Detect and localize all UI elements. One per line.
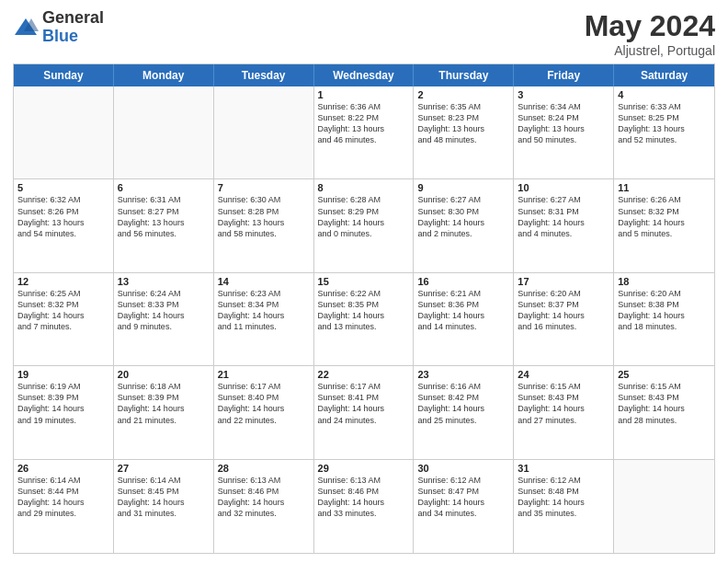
cell-date: 9: [417, 182, 509, 193]
cell-date: 6: [118, 182, 210, 193]
calendar-cell: 30Sunrise: 6:12 AM Sunset: 8:47 PM Dayli…: [414, 460, 514, 553]
calendar-cell: 4Sunrise: 6:33 AM Sunset: 8:25 PM Daylig…: [614, 86, 714, 178]
day-header-thursday: Thursday: [414, 64, 514, 86]
cell-date: 14: [218, 276, 310, 287]
calendar-cell: 15Sunrise: 6:22 AM Sunset: 8:35 PM Dayli…: [314, 273, 415, 365]
cell-info: Sunrise: 6:17 AM Sunset: 8:41 PM Dayligh…: [318, 381, 410, 426]
calendar-cell: 28Sunrise: 6:13 AM Sunset: 8:46 PM Dayli…: [214, 460, 314, 553]
cell-date: 26: [17, 463, 109, 474]
calendar-cell: 9Sunrise: 6:27 AM Sunset: 8:30 PM Daylig…: [414, 179, 514, 271]
calendar-cell: 24Sunrise: 6:15 AM Sunset: 8:43 PM Dayli…: [514, 366, 614, 458]
logo-blue: Blue: [42, 28, 104, 46]
cell-date: 31: [518, 463, 609, 474]
calendar-cell: 5Sunrise: 6:32 AM Sunset: 8:26 PM Daylig…: [14, 179, 114, 271]
cell-info: Sunrise: 6:27 AM Sunset: 8:30 PM Dayligh…: [417, 194, 509, 239]
calendar-cell: 18Sunrise: 6:20 AM Sunset: 8:38 PM Dayli…: [614, 273, 714, 365]
calendar-cell: 29Sunrise: 6:13 AM Sunset: 8:46 PM Dayli…: [314, 460, 415, 553]
cell-date: 24: [518, 369, 609, 380]
cell-info: Sunrise: 6:27 AM Sunset: 8:31 PM Dayligh…: [518, 194, 609, 239]
cell-info: Sunrise: 6:23 AM Sunset: 8:34 PM Dayligh…: [218, 288, 310, 333]
cell-info: Sunrise: 6:12 AM Sunset: 8:47 PM Dayligh…: [417, 475, 509, 520]
cell-date: 23: [417, 369, 509, 380]
cell-date: 30: [417, 463, 509, 474]
cell-info: Sunrise: 6:19 AM Sunset: 8:39 PM Dayligh…: [17, 381, 109, 426]
calendar-row: 1Sunrise: 6:36 AM Sunset: 8:22 PM Daylig…: [14, 86, 714, 179]
cell-info: Sunrise: 6:25 AM Sunset: 8:32 PM Dayligh…: [17, 288, 109, 333]
day-header-saturday: Saturday: [614, 64, 714, 86]
cell-info: Sunrise: 6:24 AM Sunset: 8:33 PM Dayligh…: [118, 288, 210, 333]
calendar-cell: 19Sunrise: 6:19 AM Sunset: 8:39 PM Dayli…: [14, 366, 114, 458]
cell-date: 10: [518, 182, 609, 193]
cell-info: Sunrise: 6:31 AM Sunset: 8:27 PM Dayligh…: [118, 194, 210, 239]
calendar-row: 12Sunrise: 6:25 AM Sunset: 8:32 PM Dayli…: [14, 273, 714, 366]
cell-date: 29: [318, 463, 410, 474]
logo-icon: [13, 15, 39, 40]
day-header-sunday: Sunday: [14, 64, 114, 86]
calendar-cell: 25Sunrise: 6:15 AM Sunset: 8:43 PM Dayli…: [614, 366, 714, 458]
cell-date: 27: [118, 463, 210, 474]
cell-date: 21: [218, 369, 310, 380]
cell-date: 8: [318, 182, 410, 193]
cell-date: 12: [17, 276, 109, 287]
calendar: SundayMondayTuesdayWednesdayThursdayFrid…: [13, 63, 715, 554]
calendar-cell: 8Sunrise: 6:28 AM Sunset: 8:29 PM Daylig…: [314, 179, 415, 271]
calendar-cell: 1Sunrise: 6:36 AM Sunset: 8:22 PM Daylig…: [314, 86, 415, 178]
day-header-friday: Friday: [514, 64, 614, 86]
cell-date: 22: [318, 369, 410, 380]
cell-date: 28: [218, 463, 310, 474]
cell-date: 18: [618, 276, 711, 287]
calendar-cell: 31Sunrise: 6:12 AM Sunset: 8:48 PM Dayli…: [514, 460, 614, 553]
calendar-row: 26Sunrise: 6:14 AM Sunset: 8:44 PM Dayli…: [14, 460, 714, 553]
location: Aljustrel, Portugal: [585, 43, 715, 58]
cell-info: Sunrise: 6:20 AM Sunset: 8:37 PM Dayligh…: [518, 288, 609, 333]
cell-info: Sunrise: 6:35 AM Sunset: 8:23 PM Dayligh…: [417, 101, 509, 146]
calendar-cell: [14, 86, 114, 178]
calendar-cell: 7Sunrise: 6:30 AM Sunset: 8:28 PM Daylig…: [214, 179, 314, 271]
cell-info: Sunrise: 6:22 AM Sunset: 8:35 PM Dayligh…: [318, 288, 410, 333]
calendar-body: 1Sunrise: 6:36 AM Sunset: 8:22 PM Daylig…: [14, 86, 714, 553]
day-header-wednesday: Wednesday: [314, 64, 415, 86]
cell-date: 19: [17, 369, 109, 380]
cell-info: Sunrise: 6:14 AM Sunset: 8:45 PM Dayligh…: [118, 475, 210, 520]
logo: General Blue: [13, 9, 104, 46]
calendar-header: SundayMondayTuesdayWednesdayThursdayFrid…: [14, 64, 714, 86]
cell-info: Sunrise: 6:28 AM Sunset: 8:29 PM Dayligh…: [318, 194, 410, 239]
calendar-cell: [114, 86, 214, 178]
header: General Blue May 2024 Aljustrel, Portuga…: [13, 9, 715, 58]
calendar-cell: 12Sunrise: 6:25 AM Sunset: 8:32 PM Dayli…: [14, 273, 114, 365]
cell-info: Sunrise: 6:15 AM Sunset: 8:43 PM Dayligh…: [518, 381, 609, 426]
title-area: May 2024 Aljustrel, Portugal: [585, 9, 715, 58]
cell-date: 17: [518, 276, 609, 287]
cell-info: Sunrise: 6:13 AM Sunset: 8:46 PM Dayligh…: [318, 475, 410, 520]
calendar-row: 5Sunrise: 6:32 AM Sunset: 8:26 PM Daylig…: [14, 179, 714, 272]
month-title: May 2024: [585, 9, 715, 43]
cell-info: Sunrise: 6:12 AM Sunset: 8:48 PM Dayligh…: [518, 475, 609, 520]
calendar-cell: 13Sunrise: 6:24 AM Sunset: 8:33 PM Dayli…: [114, 273, 214, 365]
calendar-cell: 14Sunrise: 6:23 AM Sunset: 8:34 PM Dayli…: [214, 273, 314, 365]
calendar-row: 19Sunrise: 6:19 AM Sunset: 8:39 PM Dayli…: [14, 366, 714, 459]
cell-info: Sunrise: 6:20 AM Sunset: 8:38 PM Dayligh…: [618, 288, 711, 333]
cell-info: Sunrise: 6:26 AM Sunset: 8:32 PM Dayligh…: [618, 194, 711, 239]
calendar-cell: 22Sunrise: 6:17 AM Sunset: 8:41 PM Dayli…: [314, 366, 415, 458]
calendar-cell: 10Sunrise: 6:27 AM Sunset: 8:31 PM Dayli…: [514, 179, 614, 271]
cell-date: 1: [318, 89, 410, 100]
calendar-cell: 3Sunrise: 6:34 AM Sunset: 8:24 PM Daylig…: [514, 86, 614, 178]
cell-info: Sunrise: 6:16 AM Sunset: 8:42 PM Dayligh…: [417, 381, 509, 426]
cell-date: 3: [518, 89, 609, 100]
cell-date: 16: [417, 276, 509, 287]
calendar-page: General Blue May 2024 Aljustrel, Portuga…: [0, 0, 728, 563]
calendar-cell: [614, 460, 714, 553]
cell-info: Sunrise: 6:33 AM Sunset: 8:25 PM Dayligh…: [618, 101, 711, 146]
cell-date: 2: [417, 89, 509, 100]
logo-general: General: [42, 9, 104, 28]
cell-info: Sunrise: 6:36 AM Sunset: 8:22 PM Dayligh…: [318, 101, 410, 146]
calendar-cell: 20Sunrise: 6:18 AM Sunset: 8:39 PM Dayli…: [114, 366, 214, 458]
cell-info: Sunrise: 6:21 AM Sunset: 8:36 PM Dayligh…: [417, 288, 509, 333]
cell-info: Sunrise: 6:34 AM Sunset: 8:24 PM Dayligh…: [518, 101, 609, 146]
calendar-cell: 6Sunrise: 6:31 AM Sunset: 8:27 PM Daylig…: [114, 179, 214, 271]
calendar-cell: 17Sunrise: 6:20 AM Sunset: 8:37 PM Dayli…: [514, 273, 614, 365]
cell-info: Sunrise: 6:18 AM Sunset: 8:39 PM Dayligh…: [118, 381, 210, 426]
day-header-monday: Monday: [114, 64, 214, 86]
cell-info: Sunrise: 6:14 AM Sunset: 8:44 PM Dayligh…: [17, 475, 109, 520]
calendar-cell: 23Sunrise: 6:16 AM Sunset: 8:42 PM Dayli…: [414, 366, 514, 458]
